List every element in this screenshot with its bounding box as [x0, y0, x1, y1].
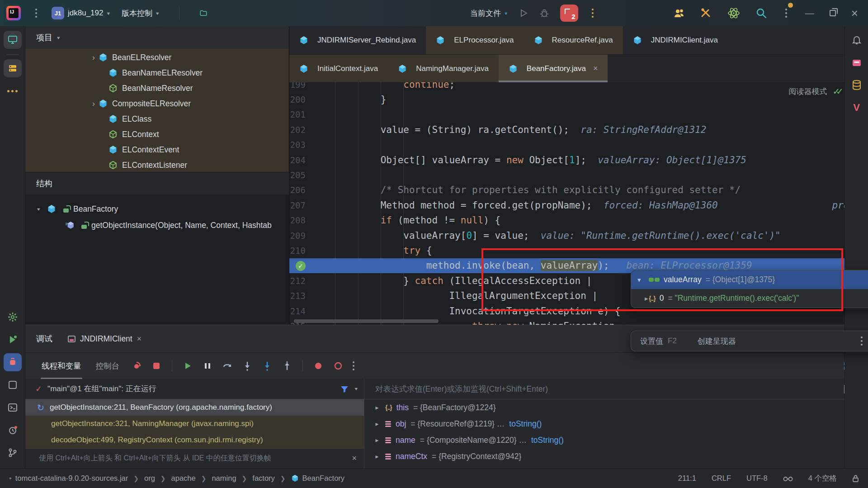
line-number[interactable]: 202 [289, 125, 312, 135]
tab-beanfactory-active[interactable]: BeanFactory.java × [499, 55, 608, 82]
stop-process-button[interactable]: 2 [560, 5, 578, 22]
debug-icon[interactable] [539, 8, 549, 18]
code-line-204[interactable]: 204 Object[] valueArray = new Object[1];… [289, 152, 868, 167]
breadcrumb-beanfactory[interactable]: BeanFactory [302, 474, 345, 483]
step-over-button[interactable] [219, 358, 236, 374]
close-tab-icon[interactable]: × [593, 64, 598, 73]
v-plugin-button[interactable]: V [848, 99, 866, 117]
breakpoint-verified-icon[interactable]: ✓ [296, 261, 306, 271]
structure-toolwindow-button[interactable] [4, 59, 22, 77]
line-number[interactable]: 215 [289, 321, 312, 325]
project-tree-item[interactable]: ELContext [25, 127, 289, 142]
notifications-toolwindow-button[interactable] [4, 421, 22, 439]
code-line-203[interactable]: 203 [289, 137, 868, 152]
indent-setting[interactable]: 4 个空格 [808, 474, 837, 483]
set-value-action[interactable]: 设置值 [640, 336, 663, 346]
project-widget[interactable]: J1 jdk8u_192 ▾ [52, 7, 110, 19]
tab-threads-variables[interactable]: 线程和变量 [36, 353, 87, 379]
view-breakpoints-button[interactable] [330, 358, 346, 374]
database-toolwindow-button[interactable] [848, 76, 866, 94]
code-line-210[interactable]: 210 try { [289, 243, 868, 258]
debug-toolwindow-button[interactable] [4, 353, 22, 371]
resume-button[interactable] [179, 358, 196, 374]
readonly-lock-icon[interactable] [852, 474, 859, 483]
folder-icon[interactable] [199, 9, 208, 17]
terminal-toolwindow-button[interactable] [4, 398, 22, 417]
breadcrumb-naming[interactable]: naming [212, 474, 236, 483]
project-tree-item[interactable]: ELClass [25, 111, 289, 127]
file-encoding[interactable]: UTF-8 [746, 474, 768, 483]
popup-row-element0[interactable]: ▸ {..} 0 = "Runtime.getRuntime().exec('c… [631, 289, 868, 308]
line-number[interactable]: 199 [289, 82, 312, 90]
breadcrumb-apache[interactable]: apache [171, 474, 196, 483]
variable-row-obj[interactable]: ▸ obj = {ResourceRef@1219} … toString() [364, 416, 868, 432]
close-session-icon[interactable]: × [137, 334, 142, 344]
code-line-208[interactable]: 208 if (method != null) { [289, 213, 868, 228]
breadcrumb-org[interactable]: org [144, 474, 155, 483]
tab-elprocessor[interactable]: ELProcessor.java [426, 26, 524, 54]
atom-ai-icon[interactable] [727, 7, 740, 19]
tab-initialcontext[interactable]: InitialContext.java [289, 55, 388, 82]
tostring-link[interactable]: toString() [531, 436, 564, 445]
line-number[interactable]: 207 [289, 200, 312, 210]
project-panel-header[interactable]: 项目 ▾ [25, 26, 289, 49]
structure-panel-header[interactable]: 结构 [25, 172, 289, 194]
step-into-button[interactable] [239, 358, 255, 374]
line-number[interactable]: 203 [289, 140, 312, 150]
project-tree-item[interactable]: ELContextListener [25, 157, 289, 172]
vcs-widget[interactable]: 版本控制 ▾ [122, 8, 159, 19]
code-line-205[interactable]: 205 [289, 167, 868, 182]
line-number[interactable]: 200 [289, 95, 312, 104]
line-number[interactable]: 201 [289, 109, 312, 119]
popup-more-icon[interactable] [858, 334, 865, 348]
tab-namingmanager[interactable]: NamingManager.java [388, 55, 499, 82]
code-line-209[interactable]: 209 valueArray[0] = value; value: "Runti… [289, 228, 868, 243]
tab-jndirmiserver-rebind[interactable]: JNDIRMIServer_Rebind.java [289, 26, 426, 54]
reader-mode-indicator[interactable]: 阅读器模式 ✓✓ [788, 86, 844, 97]
step-out-button[interactable] [279, 358, 295, 374]
tab-console[interactable]: 控制台 [90, 353, 125, 379]
close-hint-icon[interactable]: × [352, 454, 357, 463]
tab-jndirmiclient[interactable]: JNDIRMIClient.java [623, 26, 728, 54]
tostring-link[interactable]: toString() [509, 419, 542, 429]
pause-button[interactable] [199, 358, 216, 374]
settings-menu-icon[interactable] [783, 6, 790, 20]
tools-icon[interactable] [700, 7, 712, 19]
tab-resourceref[interactable]: ResourceRef.java [524, 26, 623, 54]
filter-icon[interactable] [340, 384, 349, 393]
minimize-button[interactable]: — [805, 8, 814, 19]
variable-row-namectx[interactable]: ▸ nameCtx = {RegistryContext@942} [364, 448, 868, 464]
line-number[interactable]: 206 [289, 185, 312, 195]
git-toolwindow-button[interactable] [4, 444, 22, 462]
popup-row-valuearray[interactable]: ▾ valueArray = {Object[1]@1375} [631, 270, 868, 289]
line-number[interactable]: 212 [289, 276, 312, 286]
force-step-into-button[interactable] [259, 358, 275, 374]
restore-button[interactable] [830, 10, 836, 16]
more-run-actions-icon[interactable] [589, 6, 596, 20]
breadcrumb-factory[interactable]: factory [252, 474, 275, 483]
code-line-206[interactable]: 206 /* Shortcut for properties with expl… [289, 183, 868, 198]
rerun-debug-button[interactable] [128, 358, 145, 374]
line-number[interactable]: 209 [289, 231, 312, 241]
frame-row-library[interactable]: getObjectInstance:321, NamingManager (ja… [25, 416, 364, 432]
evaluate-expression-bar[interactable]: 对表达式求值(Enter)或添加监视(Ctrl+Shift+Enter) ▾ [364, 379, 868, 399]
more-toolwindows-button[interactable] [4, 82, 22, 100]
structure-item-class[interactable]: ▾ BeanFactory [25, 201, 289, 217]
plugin-promo-button[interactable] [848, 53, 866, 71]
code-line-201[interactable]: 201 [289, 107, 868, 122]
debug-session-tab[interactable]: JNDIRMIClient × [68, 334, 142, 344]
close-button[interactable]: × [851, 6, 858, 20]
line-number[interactable]: 214 [289, 306, 312, 316]
project-toolwindow-button[interactable] [4, 31, 22, 49]
code-line-207[interactable]: 207 Method method = forced.get(propName)… [289, 198, 868, 213]
stop-button[interactable] [148, 358, 165, 374]
run-configuration-select[interactable]: 当前文件 ▾ [470, 8, 508, 19]
services-toolwindow-button[interactable] [4, 376, 22, 394]
debug-more-icon[interactable] [350, 359, 357, 373]
run-icon[interactable] [519, 8, 528, 18]
mute-breakpoints-button[interactable] [310, 358, 326, 374]
code-with-me-icon[interactable] [673, 7, 685, 19]
line-number[interactable]: 213 [289, 291, 312, 301]
code-line-202[interactable]: 202 value = (String) ra.getContent(); ra… [289, 122, 868, 137]
run-toolwindow-button[interactable] [4, 331, 22, 349]
